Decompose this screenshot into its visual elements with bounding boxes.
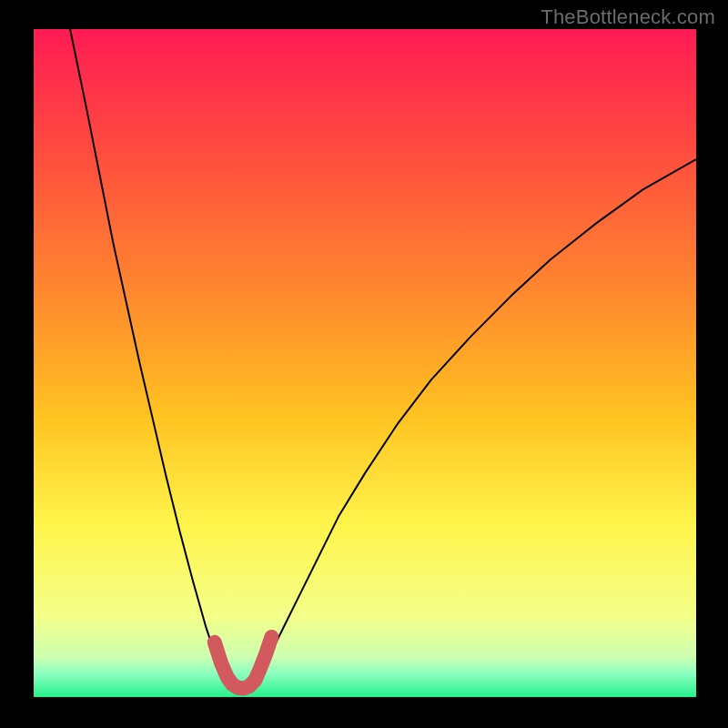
chart-plot [0, 0, 728, 728]
chart-frame: TheBottleneck.com [0, 0, 728, 728]
watermark-text: TheBottleneck.com [541, 5, 715, 29]
plot-background [34, 29, 696, 697]
